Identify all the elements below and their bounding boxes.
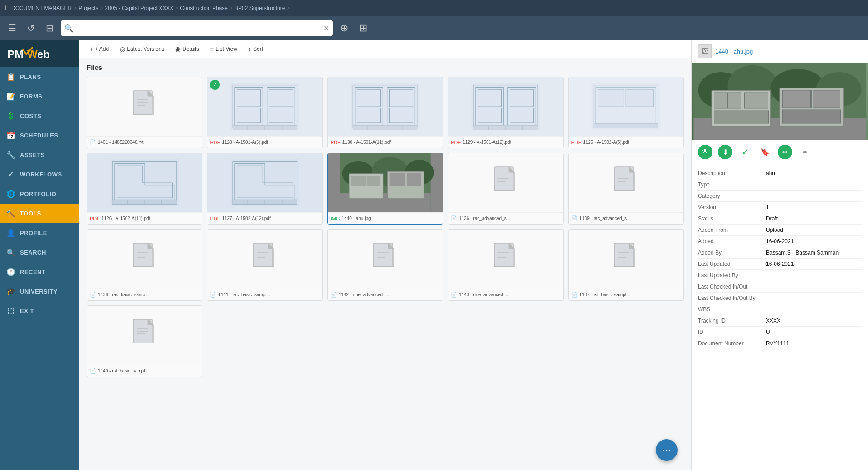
file-thumbnail [328,230,443,289]
file-type-icon: PDF [210,140,220,145]
costs-icon: 💲 [6,112,15,120]
sidebar-item-search[interactable]: 🔍 SEARCH [0,243,79,262]
file-name: 1140 - rst_basic_sampl... [98,368,149,373]
breadcrumb-item-4[interactable]: Construction Phase [180,5,228,11]
sidebar-label-tools: TOOLS [20,210,41,217]
file-thumbnail [207,153,322,212]
file-card[interactable]: ✓ PDF 1128 - A-1501-A(5).pdf [207,77,322,148]
info-icon[interactable]: ℹ [5,5,7,12]
file-card[interactable]: PDF 1126 - A-1502-A(11).pdf [87,153,202,225]
sidebar-item-schedules[interactable]: 📅 SCHEDULES [0,126,79,145]
edit-action-button[interactable]: ✏ [778,145,792,159]
sidebar-item-recent[interactable]: 🕐 RECENT [0,262,79,282]
zoom-button[interactable]: ⊕ [336,20,352,36]
history-button[interactable]: ↺ [24,21,39,35]
file-card[interactable]: 📄 1139 - rac_advanced_s... [568,153,684,225]
meta-value: 16-06-2021 [766,238,794,245]
bookmark-action-button[interactable]: 🔖 [758,145,772,159]
meta-value: U [766,329,770,335]
details-button[interactable]: ◉ Details [171,44,204,54]
metadata-table: Description ahu Type Category Version 1 … [692,164,868,353]
recent-icon: 🕐 [6,268,15,276]
file-thumbnail [87,77,202,136]
file-card[interactable]: PDF 1127 - A-1502-A(12).pdf [207,153,322,225]
file-card[interactable]: IMG 1440 - ahu.jpg [327,153,443,225]
meta-value: ahu [766,170,775,176]
svg-rect-122 [813,90,840,108]
file-name: 1440 - ahu.jpg [342,216,371,221]
sidebar-item-tools[interactable]: 🔨 TOOLS [0,204,79,223]
sidebar-item-forms[interactable]: 📝 FORMS [0,87,79,106]
file-type-icon: 📄 [90,139,96,145]
file-card[interactable]: 📄 1137 - rst_basic_sampl... [568,229,684,301]
file-name: 1137 - rst_basic_sampl... [580,292,630,297]
file-type-icon: PDF [90,216,100,221]
list-view-button[interactable]: ≡ List View [205,44,242,54]
download-action-button[interactable]: ⬇ [718,145,732,159]
file-card[interactable]: PDF 1129 - A-1501-A(12).pdf [448,77,563,148]
file-card[interactable]: 📄 1140 - rst_basic_sampl... [87,305,202,377]
file-card[interactable]: PDF 1130 - A-1501-A(11).pdf [327,77,443,148]
view-action-button[interactable]: 👁 [698,145,712,159]
sidebar-item-university[interactable]: 🎓 UNIVERSITY [0,282,79,301]
sidebar-item-portfolio[interactable]: 🌐 PORTFOLIO [0,184,79,204]
annotate-action-button[interactable]: ✒ [798,145,812,159]
profile-icon: 👤 [6,229,15,237]
file-card[interactable]: 📄 1136 - rac_advanced_s... [448,153,563,225]
preview-image [692,63,868,140]
file-card[interactable]: 📄 1141 - rac_basic_sampl... [207,229,322,301]
breadcrumb-item-1[interactable]: DOCUMENT MANAGER [11,5,72,11]
sidebar-item-costs[interactable]: 💲 COSTS [0,106,79,126]
sidebar-item-profile[interactable]: 👤 PROFILE [0,223,79,243]
latest-versions-button[interactable]: ◎ Latest Versions [115,44,169,54]
meta-label: Added From [698,227,766,233]
sidebar-item-assets[interactable]: 🔧 ASSETS [0,145,79,165]
bookmark-button[interactable]: ⊟ [42,21,57,35]
metadata-row: Last Checked In/Out [698,281,862,293]
university-icon: 🎓 [6,287,15,296]
search-input[interactable] [76,24,323,32]
metadata-row: Version 1 [698,202,862,213]
clear-search-icon[interactable]: ✕ [323,24,329,33]
file-card[interactable]: 📄 1138 - rac_basic_samp... [87,229,202,301]
file-name: 1143 - rme_advanced_... [459,292,509,297]
sidebar-logo: PM W eb [0,40,79,67]
sidebar-label-forms: FORMS [20,93,42,100]
svg-rect-118 [745,93,768,108]
forms-icon: 📝 [6,92,15,101]
fab-button[interactable]: ··· [656,439,678,461]
settings-button[interactable]: ⊞ [356,20,371,36]
breadcrumb-item-5[interactable]: BP02 Superstructure [234,5,285,11]
file-thumbnail [328,77,443,136]
breadcrumb-item-3[interactable]: 2005 - Capital Project XXXX [105,5,174,11]
file-name: 1130 - A-1501-A(11).pdf [342,140,391,145]
svg-text:eb: eb [37,48,50,60]
file-card[interactable]: 📄 1142 - rme_advanced_... [327,229,443,301]
meta-value: 16-06-2021 [766,261,794,267]
portfolio-icon: 🌐 [6,190,15,198]
metadata-row: Added By Bassam.S - Bassam Samman [698,247,862,259]
svg-rect-119 [714,111,769,123]
file-card[interactable]: PDF 1125 - A-1502-A(5).pdf [568,77,684,148]
svg-rect-49 [598,89,624,107]
breadcrumb-item-2[interactable]: Projects [78,5,98,11]
meta-label: Document Number [698,340,766,347]
add-button[interactable]: + + Add [85,44,113,54]
meta-value: RVY1111 [766,340,789,347]
sidebar-item-plans[interactable]: 📋 PLANS [0,67,79,87]
sidebar-item-exit[interactable]: ⬚ EXIT [0,301,79,321]
search-icon: 🔍 [64,24,73,33]
sort-button[interactable]: ↕ Sort [244,44,268,54]
file-card[interactable]: 📄 1143 - rme_advanced_... [448,229,563,301]
sidebar-label-portfolio: PORTFOLIO [20,191,56,197]
svg-text:PM: PM [7,48,24,60]
meta-label: Last Updated [698,261,766,267]
menu-button[interactable]: ☰ [5,21,20,35]
sidebar-item-workflows[interactable]: ✓ WORKFLOWS [0,165,79,184]
panel-file-link[interactable]: 1440 - ahu.jpg [715,48,753,55]
file-footer: 📄 1140 - rst_basic_sampl... [87,365,202,377]
approve-action-button[interactable]: ✓ [738,145,752,159]
file-thumbnail [328,153,443,212]
right-panel: 🖼 1440 - ahu.jpg [691,40,868,470]
file-card[interactable]: 📄 1401 - 1485220348.rvt [87,77,202,148]
